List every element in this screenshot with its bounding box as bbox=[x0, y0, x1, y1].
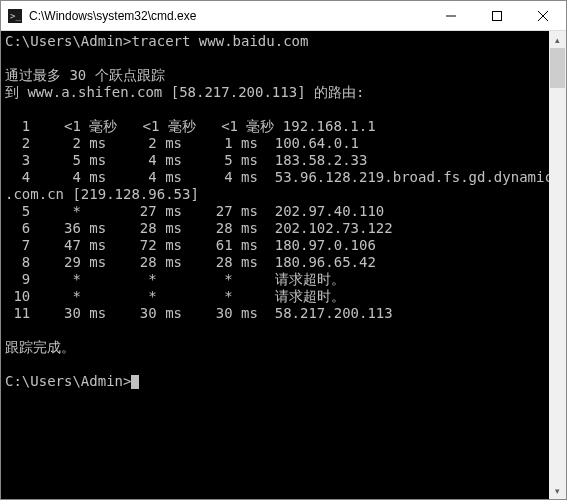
maximize-button[interactable] bbox=[474, 1, 520, 31]
hop-line-wrap: .com.cn [219.128.96.53] bbox=[5, 186, 199, 202]
tracert-target: 到 www.a.shifen.com [58.217.200.113] 的路由: bbox=[5, 84, 364, 100]
svg-rect-3 bbox=[493, 11, 502, 20]
window-controls bbox=[428, 1, 566, 31]
scroll-up-arrow[interactable]: ▴ bbox=[549, 31, 566, 48]
window-title: C:\Windows\system32\cmd.exe bbox=[29, 9, 428, 23]
tracert-header: 通过最多 30 个跃点跟踪 bbox=[5, 67, 165, 83]
svg-text:>_: >_ bbox=[10, 11, 21, 21]
terminal-area: C:\Users\Admin>tracert www.baidu.com 通过最… bbox=[1, 31, 566, 499]
cmd-prompt: C:\Users\Admin> bbox=[5, 33, 131, 49]
close-button[interactable] bbox=[520, 1, 566, 31]
titlebar[interactable]: >_ C:\Windows\system32\cmd.exe bbox=[1, 1, 566, 31]
cmd-window: >_ C:\Windows\system32\cmd.exe C:\Users\… bbox=[0, 0, 567, 500]
hop-line: 3 5 ms 4 ms 5 ms 183.58.2.33 bbox=[5, 152, 367, 168]
hop-line: 1 <1 毫秒 <1 毫秒 <1 毫秒 192.168.1.1 bbox=[5, 118, 376, 134]
hop-line: 10 * * * 请求超时。 bbox=[5, 288, 345, 304]
vertical-scrollbar[interactable]: ▴ ▾ bbox=[549, 31, 566, 499]
minimize-button[interactable] bbox=[428, 1, 474, 31]
hop-line: 11 30 ms 30 ms 30 ms 58.217.200.113 bbox=[5, 305, 393, 321]
hop-line: 7 47 ms 72 ms 61 ms 180.97.0.106 bbox=[5, 237, 376, 253]
hop-line: 6 36 ms 28 ms 28 ms 202.102.73.122 bbox=[5, 220, 393, 236]
scroll-thumb[interactable] bbox=[550, 48, 565, 88]
hop-line: 5 * 27 ms 27 ms 202.97.40.110 bbox=[5, 203, 384, 219]
hop-line: 8 29 ms 28 ms 28 ms 180.96.65.42 bbox=[5, 254, 376, 270]
tracert-done: 跟踪完成。 bbox=[5, 339, 75, 355]
app-icon: >_ bbox=[7, 8, 23, 24]
text-cursor bbox=[131, 375, 139, 389]
terminal-output[interactable]: C:\Users\Admin>tracert www.baidu.com 通过最… bbox=[1, 31, 549, 499]
hop-line: 2 2 ms 2 ms 1 ms 100.64.0.1 bbox=[5, 135, 359, 151]
scroll-down-arrow[interactable]: ▾ bbox=[549, 482, 566, 499]
cmd-prompt: C:\Users\Admin> bbox=[5, 373, 131, 389]
cmd-command: tracert www.baidu.com bbox=[131, 33, 308, 49]
hop-line: 9 * * * 请求超时。 bbox=[5, 271, 345, 287]
hop-line: 4 4 ms 4 ms 4 ms 53.96.128.219.broad.fs.… bbox=[5, 169, 549, 185]
